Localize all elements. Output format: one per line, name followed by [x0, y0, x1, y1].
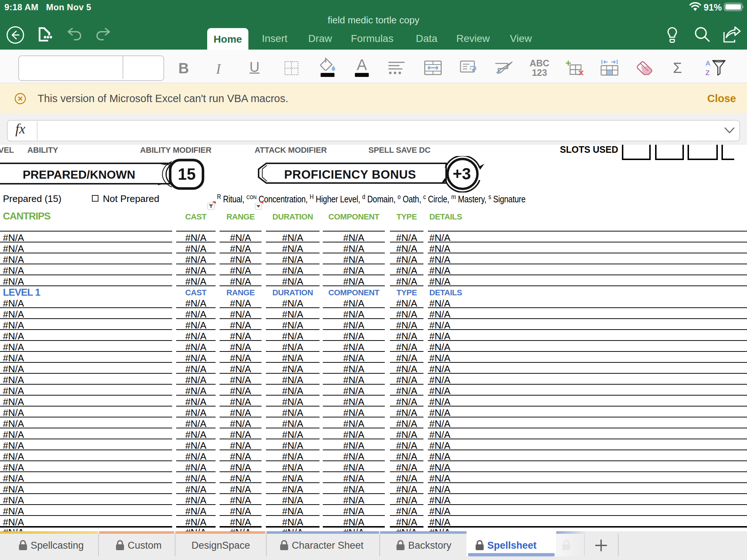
svg-text:+3: +3 — [453, 165, 471, 183]
svg-text:A: A — [705, 59, 711, 67]
svg-text:Z: Z — [705, 69, 710, 77]
svg-text:15: 15 — [178, 165, 196, 183]
svg-text:A: A — [357, 57, 367, 73]
